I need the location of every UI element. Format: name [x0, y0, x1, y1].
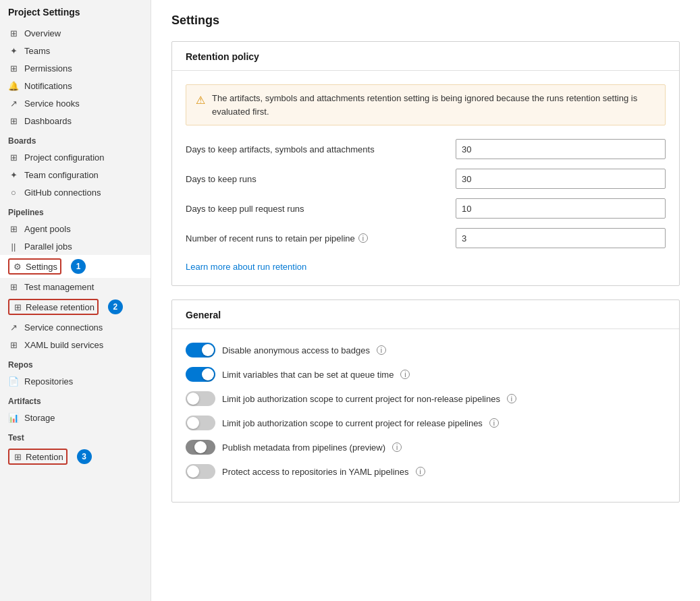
sidebar-header: Project Settings	[0, 0, 151, 24]
learn-more-link[interactable]: Learn more about run retention	[186, 262, 306, 272]
sidebar-item-parallel-jobs[interactable]: || Parallel jobs	[0, 237, 151, 255]
toggle-track-publish-metadata[interactable]	[186, 440, 215, 455]
sidebar: Project Settings ⊞ Overview ✦ Teams ⊞ Pe…	[0, 0, 151, 601]
service-hooks-icon: ↗	[8, 98, 19, 109]
sidebar-item-dashboards[interactable]: ⊞ Dashboards	[0, 112, 151, 130]
sidebar-general-section: ⊞ Overview ✦ Teams ⊞ Permissions 🔔 Notif…	[0, 24, 151, 130]
anonymous-badges-info-icon[interactable]: i	[377, 345, 386, 355]
toggle-publish-metadata[interactable]	[186, 440, 215, 455]
pipelines-section-label: Pipelines	[0, 201, 151, 220]
dashboards-icon: ⊞	[8, 115, 19, 126]
toggle-thumb-publish-metadata	[194, 441, 207, 453]
retention-policy-card: Retention policy ⚠ The artifacts, symbol…	[171, 41, 680, 286]
boards-section-label: Boards	[0, 130, 151, 148]
general-header: General	[172, 300, 679, 329]
field-runs-input[interactable]	[456, 169, 666, 189]
parallel-jobs-icon: ||	[8, 241, 19, 252]
protect-access-info-icon[interactable]: i	[416, 467, 425, 476]
toggle-job-auth-release[interactable]	[186, 416, 215, 430]
field-recent-runs-row: Number of recent runs to retain per pipe…	[186, 228, 666, 248]
retention-policy-header: Retention policy	[172, 42, 679, 71]
toggle-track-job-auth-release[interactable]	[186, 416, 215, 430]
warning-icon: ⚠	[196, 92, 205, 109]
recent-runs-info-icon[interactable]: i	[358, 233, 368, 243]
toggle-row-publish-metadata: Publish metadata from pipelines (preview…	[186, 440, 666, 455]
retention-badge: 3	[77, 449, 92, 464]
toggle-job-auth-non-release[interactable]	[186, 391, 215, 406]
agent-pools-icon: ⊞	[8, 223, 19, 234]
sidebar-item-repositories[interactable]: 📄 Repositories	[0, 372, 151, 390]
toggle-label-job-auth-release: Limit job authorization scope to current…	[222, 418, 483, 428]
warning-text: The artifacts, symbols and attachments r…	[212, 92, 655, 118]
job-auth-release-info-icon[interactable]: i	[489, 418, 499, 428]
sidebar-item-agent-pools[interactable]: ⊞ Agent pools	[0, 220, 151, 237]
toggle-track-job-auth-non-release[interactable]	[186, 391, 215, 406]
retention-policy-body: ⚠ The artifacts, symbols and attachments…	[172, 71, 679, 285]
toggle-track-protect-access[interactable]	[186, 464, 215, 479]
toggle-protect-access[interactable]	[186, 464, 215, 479]
sidebar-item-settings[interactable]: ⚙ Settings 1	[0, 255, 151, 278]
release-retention-badge: 2	[108, 299, 123, 314]
general-card: General Disable anonymous access to badg…	[171, 299, 680, 503]
page-title: Settings	[171, 13, 680, 28]
test-section-label: Test	[0, 426, 151, 445]
field-runs-label: Days to keep runs	[186, 174, 442, 184]
toggle-thumb-job-auth-non-release	[187, 393, 199, 405]
sidebar-item-storage[interactable]: 📊 Storage	[0, 409, 151, 426]
main-content: Settings Retention policy ⚠ The artifact…	[151, 0, 700, 601]
toggle-thumb-limit-variables	[202, 368, 214, 380]
sidebar-item-xaml-build[interactable]: ⊞ XAML build services	[0, 336, 151, 353]
toggle-limit-variables[interactable]	[186, 367, 215, 382]
field-runs-row: Days to keep runs	[186, 169, 666, 189]
settings-highlighted-box: ⚙ Settings	[8, 258, 61, 275]
toggle-track-limit-variables[interactable]	[186, 367, 215, 382]
storage-icon: 📊	[8, 412, 19, 423]
sidebar-boards-section: ⊞ Project configuration ✦ Team configura…	[0, 148, 151, 201]
teams-icon: ✦	[8, 45, 19, 56]
field-artifacts-label: Days to keep artifacts, symbols and atta…	[186, 144, 442, 154]
project-config-icon: ⊞	[8, 152, 19, 163]
sidebar-item-service-connections[interactable]: ↗ Service connections	[0, 318, 151, 336]
sidebar-pipelines-section: ⊞ Agent pools || Parallel jobs ⚙ Setting…	[0, 220, 151, 353]
retention-icon: ⊞	[12, 451, 23, 462]
toggle-label-protect-access: Protect access to repositories in YAML p…	[222, 467, 409, 477]
sidebar-item-github-connections[interactable]: ○ GitHub connections	[0, 183, 151, 201]
repos-section-label: Repos	[0, 353, 151, 372]
field-pr-runs-input[interactable]	[456, 198, 666, 219]
permissions-icon: ⊞	[8, 63, 19, 74]
retention-highlighted-box: ⊞ Retention	[8, 449, 68, 465]
sidebar-item-test-management[interactable]: ⊞ Test management	[0, 278, 151, 295]
team-config-icon: ✦	[8, 169, 19, 180]
sidebar-item-teams[interactable]: ✦ Teams	[0, 42, 151, 59]
publish-metadata-info-icon[interactable]: i	[392, 442, 402, 452]
job-auth-non-release-info-icon[interactable]: i	[507, 394, 516, 403]
sidebar-item-project-config[interactable]: ⊞ Project configuration	[0, 148, 151, 166]
test-management-icon: ⊞	[8, 281, 19, 292]
toggle-row-limit-variables: Limit variables that can be set at queue…	[186, 367, 666, 382]
field-pr-runs-row: Days to keep pull request runs	[186, 198, 666, 219]
limit-variables-info-icon[interactable]: i	[400, 370, 410, 379]
sidebar-item-team-config[interactable]: ✦ Team configuration	[0, 166, 151, 183]
field-recent-runs-input[interactable]	[456, 228, 666, 248]
sidebar-item-retention[interactable]: ⊞ Retention 3	[0, 445, 151, 468]
toggle-row-job-auth-release: Limit job authorization scope to current…	[186, 416, 666, 430]
field-artifacts-input[interactable]	[456, 139, 666, 159]
field-artifacts-row: Days to keep artifacts, symbols and atta…	[186, 139, 666, 159]
sidebar-item-overview[interactable]: ⊞ Overview	[0, 24, 151, 42]
github-icon: ○	[8, 187, 19, 198]
sidebar-item-notifications[interactable]: 🔔 Notifications	[0, 77, 151, 94]
artifacts-section-label: Artifacts	[0, 390, 151, 409]
sidebar-test-section: ⊞ Retention 3	[0, 445, 151, 468]
toggle-row-anonymous-badges: Disable anonymous access to badges i	[186, 343, 666, 357]
toggle-row-protect-access: Protect access to repositories in YAML p…	[186, 464, 666, 479]
sidebar-item-release-retention[interactable]: ⊞ Release retention 2	[0, 295, 151, 318]
toggle-thumb-job-auth-release	[187, 417, 199, 429]
toggle-track-anonymous-badges[interactable]	[186, 343, 215, 357]
toggle-label-anonymous-badges: Disable anonymous access to badges	[222, 345, 370, 355]
sidebar-item-service-hooks[interactable]: ↗ Service hooks	[0, 94, 151, 112]
repositories-icon: 📄	[8, 376, 19, 387]
sidebar-artifacts-section: 📊 Storage	[0, 409, 151, 426]
toggle-anonymous-badges[interactable]	[186, 343, 215, 357]
field-pr-runs-label: Days to keep pull request runs	[186, 204, 442, 214]
sidebar-item-permissions[interactable]: ⊞ Permissions	[0, 59, 151, 77]
